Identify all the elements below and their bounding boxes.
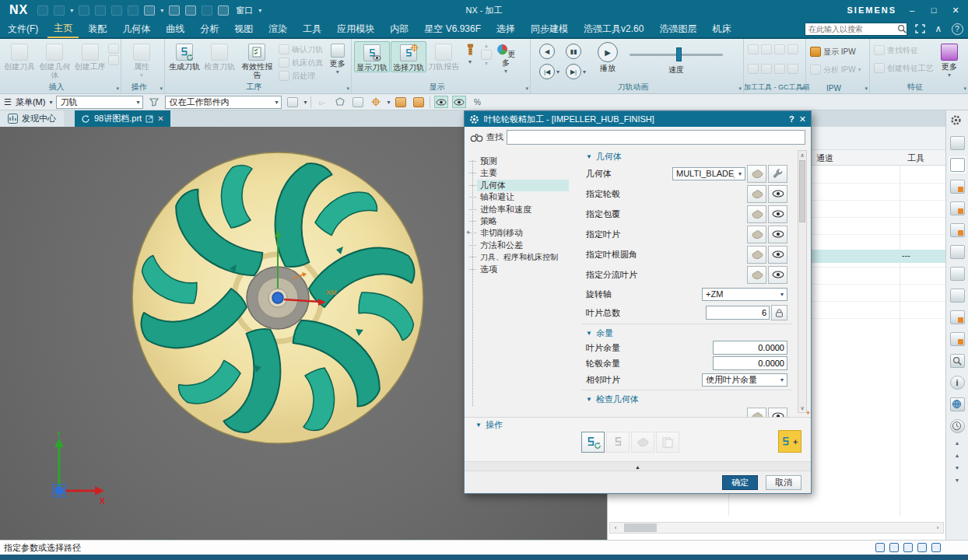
properties-button[interactable]: 属性▾ [124, 41, 160, 79]
blade-count-input[interactable] [706, 306, 770, 320]
display-blend-button[interactable] [768, 246, 787, 264]
operation-group-dropdown-icon[interactable]: ▾ [346, 86, 349, 92]
tab-file[interactable]: 文件(F) [2, 21, 44, 37]
operations-group-dropdown-icon[interactable]: ▾ [160, 86, 163, 92]
undo-dropdown-icon[interactable]: ▾ [70, 7, 73, 14]
ok-button[interactable]: 确定 [722, 475, 758, 490]
paste-icon[interactable] [111, 5, 122, 16]
hscroll-right-button[interactable]: › [932, 523, 943, 533]
roles-icon[interactable] [950, 310, 965, 324]
gc-group-dropdown-icon[interactable]: ▾ [801, 86, 804, 92]
display-splitter-button[interactable] [768, 266, 787, 284]
tool-display-button[interactable]: ▾ [461, 41, 479, 65]
cut-icon[interactable] [79, 5, 89, 16]
minimize-ribbon-icon[interactable]: ∧ [931, 22, 946, 36]
display-group-dropdown-icon[interactable]: ▾ [525, 86, 528, 92]
rotation-axis-combo[interactable]: +ZM▾ [702, 288, 787, 301]
window-layout-icon[interactable] [950, 289, 965, 303]
hd3d-tools-icon[interactable] [950, 267, 965, 281]
status-task-check-icon[interactable] [875, 543, 885, 552]
animation-step-back-button[interactable]: ◀ [539, 44, 555, 59]
gc-tool-icon-8[interactable] [787, 64, 798, 74]
hscroll-thumb[interactable] [624, 523, 657, 532]
check-toolpath-button[interactable]: 检查刀轨 [202, 41, 237, 71]
animation-play-button[interactable]: ▶ 播放 [592, 41, 623, 72]
action-verify-button[interactable] [631, 432, 654, 453]
display-blade-button[interactable] [768, 226, 787, 243]
find-features-button[interactable]: 查找特征 [872, 44, 935, 56]
geometry-group-combo[interactable]: MULTI_BLADE_G▾ [672, 167, 745, 180]
create-operation-button[interactable]: 创建工序 [73, 41, 107, 71]
specify-shroud-button[interactable] [747, 205, 766, 223]
insert-extra-icon-1[interactable] [108, 44, 119, 54]
tab-internal[interactable]: 内部 [384, 21, 415, 37]
section-stock-header[interactable]: ▼余量 [586, 326, 787, 340]
show-toolpath-button[interactable]: 显示刀轨 [354, 41, 390, 72]
check-geometry-display-button[interactable] [768, 408, 787, 418]
vscroll-up-button[interactable]: ∧ [798, 151, 806, 159]
section-actions-header[interactable]: ▼操作 [465, 418, 811, 432]
command-search-input[interactable] [805, 25, 897, 33]
find-component-icon[interactable] [950, 354, 965, 368]
navigator-hscrollbar[interactable]: ‹ › [609, 522, 944, 534]
dialog-help-icon[interactable]: ? [789, 114, 794, 124]
nav-item-tool-program-machine[interactable]: 刀具、程序和机床控制 [477, 251, 569, 263]
gc-tool-icon-6[interactable] [761, 64, 772, 74]
nav-item-main[interactable]: 主要 [477, 167, 569, 179]
new-geometry-button[interactable]: + [747, 165, 766, 183]
nav-item-options[interactable]: 选项 [477, 264, 569, 275]
edit-display-button[interactable]: ＋ [778, 430, 801, 453]
status-settings-icon[interactable] [931, 543, 941, 552]
tab-geometry[interactable]: 几何体 [116, 21, 156, 37]
solid-body-icon[interactable] [394, 96, 408, 108]
discovery-center-tab[interactable]: 发现中心 [0, 110, 64, 127]
box-select-icon[interactable] [351, 96, 365, 108]
maximize-button[interactable]: □ [928, 5, 940, 15]
mcs-display-toggle[interactable] [434, 96, 448, 108]
layer-stack-icon[interactable] [481, 50, 492, 60]
selection-filter-icon[interactable] [144, 5, 155, 16]
polygon-select-icon[interactable] [333, 96, 347, 108]
tab-haoqiang-layers[interactable]: 浩强图层 [653, 21, 703, 37]
status-sync-icon[interactable] [917, 543, 927, 552]
specify-blade-button[interactable] [747, 226, 766, 243]
gc-tool-icon-7[interactable] [774, 64, 785, 74]
tab-home[interactable]: 主页 [47, 20, 79, 38]
layer-up-icon[interactable]: ▲ [484, 44, 489, 48]
resource-scroll-up-icon[interactable]: ▲ [955, 441, 960, 446]
repeat-command-icon[interactable] [128, 5, 139, 16]
new-part-icon[interactable] [950, 332, 965, 346]
command-search-box[interactable] [805, 23, 907, 36]
menu-hamburger-icon[interactable]: ☰ [4, 97, 12, 107]
microphone-icon[interactable] [169, 5, 180, 16]
web-browser-icon[interactable] [950, 397, 965, 411]
selection-dropdown-icon[interactable]: ▾ [160, 7, 163, 14]
reuse-library-icon[interactable] [950, 245, 965, 259]
animation-go-start-button[interactable]: |◀ [539, 64, 555, 79]
dialog-vscrollbar[interactable]: ∧ ∨ [798, 150, 807, 413]
toolpath-report-button[interactable]: 刀轨报告 [427, 41, 460, 71]
confirm-toolpath-button[interactable]: 确认刀轨 [277, 44, 324, 55]
selection-type-filter[interactable]: 刀轨▾ [56, 96, 143, 109]
hub-stock-input[interactable] [713, 356, 787, 370]
tab-select[interactable]: 选择 [490, 21, 521, 37]
vscroll-thumb[interactable] [799, 160, 805, 222]
show-ipw-button[interactable]: 显示 IPW [808, 46, 868, 58]
check-geometry-button[interactable] [747, 408, 766, 418]
column-header-channel[interactable]: 通道 [816, 152, 833, 164]
blade-stock-input[interactable] [713, 341, 787, 355]
create-tool-button[interactable]: 创建刀具 [2, 41, 37, 71]
copy-icon[interactable] [95, 5, 106, 16]
status-alert-icon[interactable] [903, 543, 913, 552]
nav-item-geometry[interactable]: 几何体 [477, 180, 569, 191]
display-shroud-button[interactable] [768, 205, 787, 223]
info-icon[interactable]: i [950, 376, 965, 390]
nav-item-strategy[interactable]: 策略 [477, 215, 569, 227]
window-icon[interactable] [218, 5, 229, 16]
save-icon[interactable] [37, 5, 48, 16]
crosshair-select-icon[interactable] [369, 96, 383, 108]
machining-feature-navigator-icon[interactable] [950, 180, 965, 194]
hscroll-left-button[interactable]: ‹ [610, 523, 621, 533]
nav-item-method-tolerance[interactable]: 方法和公差 [477, 240, 569, 251]
assembly-navigator-icon[interactable] [950, 136, 965, 150]
